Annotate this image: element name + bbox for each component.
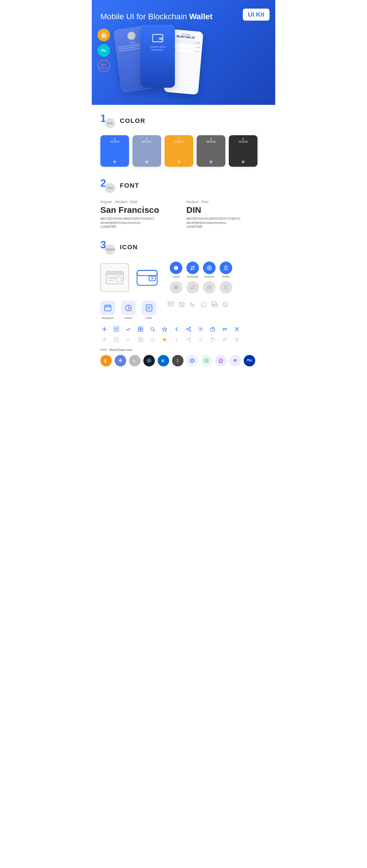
icon-section-title: ICON [120, 244, 138, 251]
close-icon-gray [233, 336, 241, 343]
svg-rect-43 [213, 304, 217, 307]
wallet-wireframe-svg [105, 269, 125, 286]
settings-icon-gray [197, 336, 205, 343]
app-icon-history: History [121, 301, 136, 319]
export-icon-gray [209, 336, 217, 343]
hero-title: Mobile UI for Blockchain Wallet [101, 11, 266, 22]
hero-section: Mobile UI for Blockchain Wallet UI Kit P… [92, 0, 275, 105]
swatch-blue: #3574FA [101, 135, 129, 167]
order-icon-svg [145, 304, 153, 312]
info-icon [221, 301, 229, 309]
nav-icons-active-row: Assets Exchange [170, 261, 232, 278]
wallet-solid-svg [136, 267, 160, 288]
check-icon-gray [124, 336, 133, 343]
color-section-title: COLOR [120, 117, 145, 125]
font-section-title: FONT [120, 182, 139, 189]
sketch-icon [101, 32, 107, 38]
management-icon-svg [104, 304, 112, 312]
svg-rect-77 [141, 337, 143, 339]
svg-point-88 [200, 339, 202, 340]
svg-marker-98 [148, 360, 150, 362]
svg-text:Ł: Ł [133, 359, 136, 363]
svg-point-14 [151, 278, 153, 279]
svg-point-21 [208, 286, 210, 288]
nav-icon-discover: Discover [203, 261, 216, 278]
wallet-solid-icon [134, 263, 162, 292]
sketch-badge [97, 29, 110, 41]
svg-marker-19 [174, 285, 178, 289]
bitcoin-icon: ₿ [101, 355, 112, 366]
svg-line-63 [188, 328, 190, 329]
ps-badge: Ps [97, 44, 110, 57]
section-header-icon: 3 THREE ICON [101, 240, 266, 255]
font-block-din: Medium · Bold DIN ABCDEFGHIJKLMNOPQRSTUV… [186, 200, 266, 228]
search-icon-blue [148, 325, 157, 333]
color-swatches: #3574FA #8DA0C8 #F5A623 #666666 #303030 [101, 135, 266, 167]
svg-rect-79 [141, 340, 143, 342]
svg-point-18 [225, 266, 227, 268]
wallet-screen-icon [152, 33, 163, 43]
matic-icon [229, 355, 241, 366]
content-area: 1 ONE COLOR #3574FA #8DA0C8 #F5A623 #666… [92, 105, 275, 386]
svg-rect-9 [108, 280, 114, 281]
section-header-font: 2 TWO FONT [101, 178, 266, 193]
misc-icons-group [167, 301, 229, 309]
transfer-icon-gray [221, 336, 229, 343]
svg-point-60 [190, 327, 191, 329]
nav-icons-inactive-row [170, 281, 232, 293]
settings-icon-blue [197, 325, 205, 333]
app-icon-order: Order [142, 301, 157, 319]
history-icon-svg [124, 304, 133, 312]
svg-point-40 [179, 302, 185, 304]
kyber-icon [215, 355, 227, 366]
stack-icon [178, 301, 186, 309]
svg-point-85 [190, 340, 191, 342]
screens-badge: 60+ Screens [97, 60, 110, 72]
icon-section: 3 THREE ICON [101, 240, 266, 366]
svg-point-61 [187, 329, 188, 330]
chat-bubble-icon [210, 301, 219, 309]
wallet-wireframe-icon [101, 263, 129, 292]
svg-point-5 [160, 38, 162, 39]
svg-marker-15 [174, 266, 178, 270]
chevron-left-icon-blue [173, 325, 181, 333]
svg-point-83 [190, 337, 191, 339]
nav-icon-profile: Profile [220, 261, 232, 278]
edit-icon-gray [112, 336, 120, 343]
hero-badges: Ps 60+ Screens [97, 29, 110, 72]
small-icons-blue-row [101, 325, 266, 333]
svg-text:₿: ₿ [104, 359, 106, 363]
assets-icon-circle [170, 261, 182, 274]
svg-marker-94 [119, 359, 122, 362]
crypto-icons-row: ₿ Ł [101, 355, 266, 366]
svg-point-41 [201, 302, 206, 307]
svg-text:Đ: Đ [162, 359, 164, 363]
blockchain-line-decoration [101, 349, 107, 350]
export-icon-blue [209, 325, 217, 333]
blockchain-label: BlockChain Icon [101, 348, 266, 351]
svg-line-64 [188, 330, 190, 330]
nav-icon-assets: Assets [170, 261, 182, 278]
icon-main-row: Assets Exchange [101, 261, 266, 293]
discover-icon-circle [203, 261, 216, 274]
phone-mockup-2: Character may bemasterpieces... [140, 25, 175, 88]
svg-point-17 [208, 267, 210, 269]
svg-rect-23 [105, 305, 111, 311]
swatch-gray: #666666 [197, 135, 225, 167]
ui-kit-badge: UI Kit [243, 9, 270, 21]
close-icon-blue [233, 325, 241, 333]
svg-line-81 [153, 340, 155, 342]
app-icon-management: Mangment [101, 301, 115, 319]
svg-rect-55 [138, 330, 140, 332]
swatch-orange: #F5A623 [165, 135, 193, 167]
font-block-sf: Regular · Medium · Bold San Francisco AB… [101, 200, 181, 228]
section-header-color: 1 ONE COLOR [101, 114, 266, 128]
svg-text:Z: Z [177, 359, 179, 363]
app-icons-row: Mangment History [101, 301, 266, 319]
svg-rect-76 [138, 337, 140, 339]
comment-icon [167, 301, 175, 309]
dark-icon [143, 355, 155, 366]
svg-rect-54 [141, 327, 143, 329]
svg-rect-8 [108, 277, 116, 279]
svg-marker-82 [162, 337, 167, 342]
